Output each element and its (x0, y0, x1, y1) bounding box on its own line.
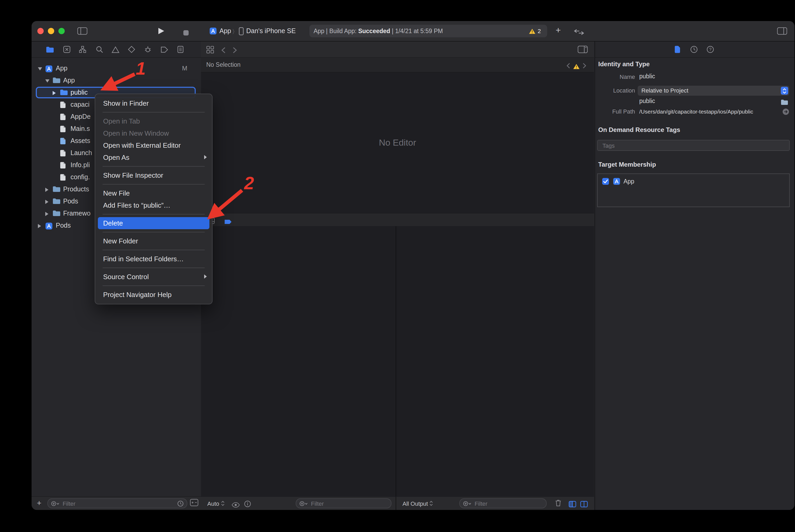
menu-item-open-as[interactable]: Open As (95, 151, 212, 164)
menu-item-open-with-external-editor[interactable]: Open with External Editor (95, 139, 212, 151)
navigator-filter-input[interactable] (61, 500, 175, 507)
breakpoint-flag-icon[interactable] (224, 217, 232, 227)
console-filter-input[interactable] (473, 500, 543, 507)
quick-help-inspector-icon[interactable]: ? (707, 46, 714, 55)
scheme-app-icon[interactable] (210, 27, 217, 37)
filter-icon (51, 501, 59, 506)
report-navigator-icon[interactable] (176, 45, 185, 54)
debug-area (201, 226, 594, 497)
minimize-window-button[interactable] (48, 28, 54, 34)
full-path-label: Full Path (598, 108, 635, 115)
activity-view[interactable]: App | Build App: Succeeded | 1/4/21 at 5… (309, 25, 547, 37)
name-value[interactable]: public (639, 73, 655, 79)
find-navigator-icon[interactable] (95, 45, 104, 54)
symbol-navigator-icon[interactable] (78, 45, 87, 54)
code-review-icon[interactable] (574, 28, 584, 37)
target-row[interactable]: App (598, 177, 789, 187)
file-inspector-icon[interactable] (674, 46, 680, 55)
tags-field[interactable] (597, 140, 790, 151)
close-window-button[interactable] (37, 28, 44, 34)
library-plus-icon[interactable]: + (556, 25, 561, 36)
info-icon[interactable] (244, 500, 251, 509)
add-item-plus-icon[interactable]: + (37, 498, 41, 507)
warning-triangle-icon (529, 28, 536, 34)
open-path-arrow-icon[interactable] (782, 108, 789, 117)
stop-button[interactable] (183, 28, 189, 38)
editor-area: No Selection No Editor (201, 41, 594, 510)
menu-item-label: Open in Tab (103, 117, 140, 125)
issue-warning-icon[interactable] (573, 62, 580, 72)
breakpoint-navigator-icon[interactable] (159, 45, 169, 54)
disclosure-closed-icon[interactable] (53, 91, 56, 95)
menu-item-delete[interactable]: Delete (98, 217, 210, 229)
zoom-window-button[interactable] (58, 28, 65, 34)
debug-navigator-icon[interactable] (143, 45, 152, 54)
target-membership-box: App (597, 173, 790, 207)
disclosure-open-icon[interactable] (38, 67, 42, 71)
related-items-icon[interactable] (206, 46, 214, 56)
updown-chevrons-icon (221, 500, 224, 506)
hide-variables-pane-icon[interactable] (569, 500, 576, 509)
console-view[interactable] (396, 226, 594, 497)
menu-item-show-file-inspector[interactable]: Show File Inspector (95, 169, 212, 182)
source-control-navigator-icon[interactable] (62, 45, 72, 54)
plusminus-box-icon[interactable] (190, 499, 198, 508)
recent-files-clock-icon[interactable] (177, 500, 184, 507)
trash-icon[interactable] (555, 499, 561, 509)
test-navigator-icon[interactable] (127, 45, 136, 54)
eye-icon[interactable] (232, 500, 240, 510)
target-section-header: Target Membership (598, 161, 656, 168)
navigator-filter-field[interactable] (47, 498, 187, 508)
disclosure-closed-icon[interactable] (38, 224, 41, 228)
editor-options-icon[interactable] (578, 46, 588, 55)
go-back-icon[interactable] (221, 46, 226, 56)
next-issue-icon[interactable] (582, 61, 586, 71)
warning-badge[interactable]: 2 (529, 25, 541, 37)
variables-scope-popup[interactable]: Auto (207, 497, 224, 510)
navigator-bottom-bar: + (32, 496, 201, 510)
menu-item-show-in-finder[interactable]: Show in Finder (95, 97, 212, 109)
menu-item-new-file[interactable]: New File (95, 187, 212, 199)
console-scope-popup[interactable]: All Output (402, 497, 433, 510)
tree-row-app[interactable]: App (32, 75, 201, 87)
menu-item-add-files-to-public[interactable]: Add Files to “public”… (95, 199, 212, 211)
jump-bar[interactable]: No Selection (201, 58, 594, 73)
toggle-inspectors-icon[interactable] (777, 27, 787, 37)
previous-issue-icon[interactable] (566, 61, 570, 71)
go-forward-icon[interactable] (233, 46, 237, 56)
folder-icon (53, 210, 60, 218)
menu-item-find-in-selected-folders[interactable]: Find in Selected Folders… (95, 253, 212, 265)
disclosure-closed-icon[interactable] (45, 200, 49, 204)
toggle-navigator-icon[interactable] (77, 27, 87, 37)
menu-item-source-control[interactable]: Source Control (95, 271, 212, 283)
disclosure-closed-icon[interactable] (45, 212, 49, 216)
history-inspector-icon[interactable] (690, 46, 698, 55)
issue-navigator-icon[interactable] (110, 45, 120, 54)
disclosure-open-icon[interactable] (45, 79, 50, 82)
tree-item-label: Pods (56, 222, 71, 229)
variables-view[interactable] (201, 226, 396, 497)
folder-icon (53, 77, 60, 85)
variables-filter-field[interactable] (296, 498, 392, 508)
project-navigator-icon[interactable] (45, 45, 55, 54)
device-icon[interactable] (239, 27, 243, 37)
disclosure-closed-icon[interactable] (45, 188, 49, 192)
console-filter-field[interactable] (459, 498, 547, 508)
tree-row-app[interactable]: AppM (32, 62, 201, 75)
target-checkbox-checked[interactable] (602, 178, 609, 187)
tree-item-label: Pods (63, 198, 78, 205)
scheme-name[interactable]: App (219, 27, 231, 35)
choose-folder-icon[interactable] (781, 98, 788, 107)
location-dropdown[interactable]: Relative to Project (638, 86, 789, 96)
menu-item-new-folder[interactable]: New Folder (95, 235, 212, 247)
variables-filter-input[interactable] (310, 500, 388, 507)
hide-console-pane-icon[interactable] (580, 500, 588, 509)
device-name[interactable]: Dan's iPhone SE (246, 27, 296, 35)
no-editor-placeholder: No Editor (201, 73, 594, 213)
tree-item-label: Products (63, 186, 89, 193)
tags-input[interactable] (601, 142, 785, 149)
menu-item-project-navigator-help[interactable]: Project Navigator Help (95, 289, 212, 301)
run-button[interactable] (158, 27, 165, 37)
folder-icon (53, 198, 60, 206)
location-label: Location (598, 87, 635, 94)
